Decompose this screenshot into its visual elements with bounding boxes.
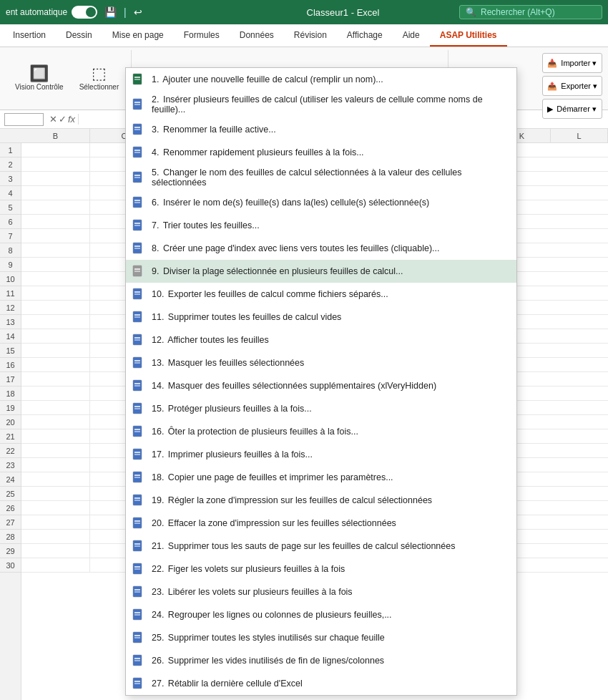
menu-item-text-26: 26. Supprimer les vides inutilisés de fi… (152, 656, 509, 666)
cell[interactable] (21, 315, 90, 329)
tab-insertion[interactable]: Insertion (3, 24, 56, 47)
undo-icon[interactable]: ↩ (131, 5, 145, 19)
cell[interactable] (21, 515, 90, 529)
menu-item-text-15: 15. Protéger plusieurs feuilles à la foi… (152, 404, 509, 414)
menu-item-12[interactable]: 12. Afficher toutes les feuilles (126, 329, 516, 351)
menu-item-25[interactable]: 25. Supprimer toutes les styles inutilis… (126, 626, 516, 649)
cell[interactable] (21, 157, 90, 171)
tab-mise-en-page[interactable]: Mise en page (102, 24, 174, 47)
menu-icon-22 (130, 561, 146, 577)
tab-revision[interactable]: Révision (284, 24, 337, 47)
menu-item-16[interactable]: 16. Ôter la protection de plusieurs feui… (126, 420, 516, 443)
menu-item-text-11: 11. Supprimer toutes les feuilles de cal… (152, 312, 509, 322)
cell[interactable] (21, 143, 90, 157)
search-bar[interactable]: 🔍 (459, 5, 602, 19)
cell[interactable] (21, 487, 90, 500)
menu-item-23[interactable]: 23. Libérer les volets sur plusieurs feu… (126, 580, 516, 603)
menu-item-text-24: 24. Regrouper les lignes ou colonnes de … (152, 610, 509, 620)
cell[interactable] (21, 329, 90, 343)
menu-item-4[interactable]: 4. Renommer rapidement plusieurs feuille… (126, 141, 516, 164)
cell[interactable] (21, 415, 90, 429)
cell[interactable] (21, 372, 90, 386)
selectionner-button[interactable]: ⬚ Sélectionner (73, 50, 126, 107)
cell[interactable] (21, 544, 90, 558)
tab-affichage[interactable]: Affichage (337, 24, 393, 47)
menu-icon-24 (130, 607, 146, 623)
menu-item-6[interactable]: 6. Insérer le nom de(s) feuille(s) dans … (126, 191, 516, 214)
cell[interactable] (21, 387, 90, 400)
menu-item-21[interactable]: 21. Supprimer tous les sauts de page sur… (126, 535, 516, 558)
menu-item-10[interactable]: 10. Exporter les feuilles de calcul comm… (126, 283, 516, 306)
cell[interactable] (21, 272, 90, 286)
menu-item-13[interactable]: 13. Masquer les feuilles sélectionnées (126, 351, 516, 374)
menu-icon-6 (130, 195, 146, 210)
demarrer-button[interactable]: ▶ Démarrer ▾ (542, 99, 602, 119)
menu-item-9[interactable]: 9. Diviser la plage sélectionnée en plus… (126, 260, 516, 283)
cell[interactable] (21, 172, 90, 185)
tab-dessin[interactable]: Dessin (56, 24, 102, 47)
cell[interactable] (21, 358, 90, 371)
cell[interactable] (21, 286, 90, 300)
cell[interactable] (21, 401, 90, 414)
menu-item-text-22: 22. Figer les volets sur plusieurs feuil… (152, 564, 509, 574)
menu-icon-10 (130, 286, 146, 302)
cell[interactable] (21, 186, 90, 200)
cell[interactable] (21, 301, 90, 314)
check-icon[interactable]: ✓ (59, 114, 67, 125)
menu-item-text-23: 23. Libérer les volets sur plusieurs feu… (152, 587, 509, 597)
cell[interactable] (21, 429, 90, 443)
tab-aide[interactable]: Aide (393, 24, 430, 47)
cell[interactable] (21, 215, 90, 228)
menu-item-text-10: 10. Exporter les feuilles de calcul comm… (152, 289, 509, 299)
cell[interactable] (21, 501, 90, 515)
menu-item-3[interactable]: 3. Renommer la feuille active... (126, 118, 516, 141)
cell[interactable] (21, 243, 90, 257)
vision-controle-button[interactable]: 🔲 Vision Contrôle (9, 50, 70, 107)
menu-item-20[interactable]: 20. Effacer la zone d'impression sur les… (126, 512, 516, 535)
autosave-label: ent automatique (6, 7, 67, 17)
menu-item-24[interactable]: 24. Regrouper les lignes ou colonnes de … (126, 603, 516, 626)
menu-item-27[interactable]: 27. Rétablir la dernière cellule d'Excel (126, 672, 516, 695)
cell[interactable] (21, 530, 90, 543)
cell[interactable] (21, 229, 90, 243)
menu-item-11[interactable]: 11. Supprimer toutes les feuilles de cal… (126, 306, 516, 329)
menu-item-18[interactable]: 18. Copier une page de feuilles et impri… (126, 466, 516, 489)
tab-formules[interactable]: Formules (174, 24, 230, 47)
menu-item-text-27: 27. Rétablir la dernière cellule d'Excel (152, 679, 509, 689)
menu-item-8[interactable]: 8. Créer une page d'index avec liens ver… (126, 237, 516, 260)
save-icon[interactable]: 💾 (102, 5, 119, 19)
cell[interactable] (21, 344, 90, 357)
menu-icon-5 (130, 170, 146, 185)
menu-item-2[interactable]: 2. Insérer plusieurs feuilles de calcul … (126, 91, 516, 118)
name-box[interactable] (4, 113, 44, 126)
cell[interactable] (21, 258, 90, 271)
cell[interactable] (21, 458, 90, 472)
row-header-6: 6 (0, 215, 21, 229)
cell[interactable] (21, 444, 90, 457)
menu-item-22[interactable]: 22. Figer les volets sur plusieurs feuil… (126, 558, 516, 580)
tab-donnees[interactable]: Données (230, 24, 284, 47)
cell[interactable] (21, 200, 90, 214)
tab-asap[interactable]: ASAP Utilities (430, 24, 507, 47)
menu-item-5[interactable]: 5. Changer le nom des feuilles de calcul… (126, 164, 516, 191)
menu-icon-26 (130, 653, 146, 669)
cell[interactable] (21, 472, 90, 486)
menu-item-14[interactable]: 14. Masquer des feuilles sélectionnées s… (126, 374, 516, 397)
exporter-button[interactable]: 📤 Exporter ▾ (542, 76, 602, 96)
menu-item-15[interactable]: 15. Protéger plusieurs feuilles à la foi… (126, 397, 516, 420)
importer-button[interactable]: 📥 Importer ▾ (542, 53, 602, 73)
search-input[interactable] (481, 7, 574, 17)
menu-item-26[interactable]: 26. Supprimer les vides inutilisés de fi… (126, 649, 516, 672)
menu-icon-15 (130, 401, 146, 417)
menu-item-7[interactable]: 7. Trier toutes les feuilles... (126, 214, 516, 237)
fx-icon[interactable]: fx (68, 114, 75, 125)
autosave-toggle[interactable] (72, 6, 97, 19)
menu-item-17[interactable]: 17. Imprimer plusieurs feuilles à la foi… (126, 443, 516, 466)
cross-icon[interactable]: ✕ (49, 114, 57, 125)
menu-item-text-25: 25. Supprimer toutes les styles inutilis… (152, 633, 509, 643)
cell[interactable] (21, 558, 90, 572)
menu-icon-17 (130, 447, 146, 462)
menu-item-19[interactable]: 19. Régler la zone d'impression sur les … (126, 489, 516, 512)
menu-item-1[interactable]: 1. Ajouter une nouvelle feuille de calcu… (126, 68, 516, 91)
row-header-8: 8 (0, 243, 21, 258)
